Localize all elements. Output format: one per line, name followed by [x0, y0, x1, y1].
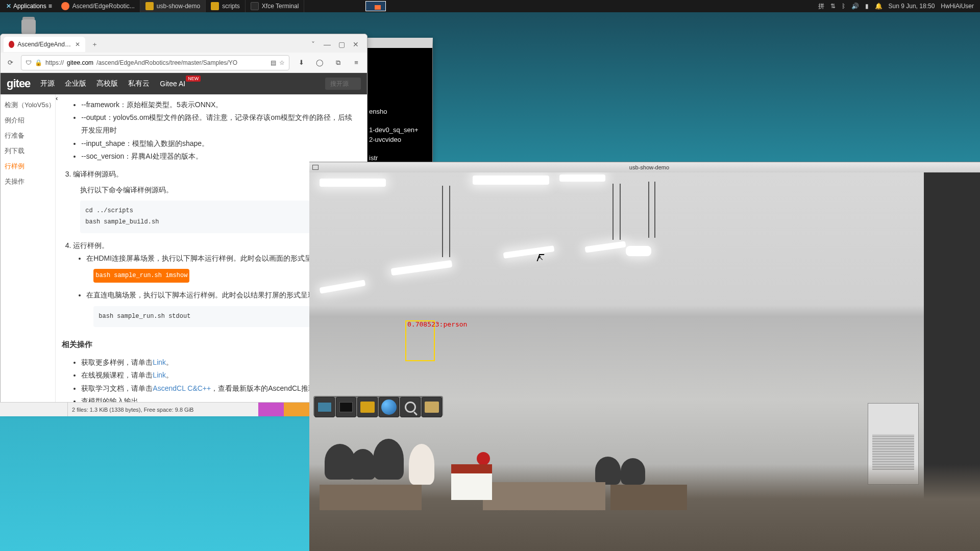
bookmark-icon[interactable]: ☆: [279, 59, 285, 66]
dock-folder[interactable]: [422, 397, 442, 417]
ime-indicator[interactable]: 拼: [818, 2, 824, 11]
task-filemgr[interactable]: usb-show-demo: [140, 0, 206, 12]
url-path: /ascend/EdgeAndRobotics/tree/master/Samp…: [96, 59, 237, 66]
nav-private[interactable]: 私有云: [128, 79, 150, 88]
toc-sidebar: 检测（YoloV5s） 例介绍 行准备 列下载 行样例 关操作: [1, 94, 56, 411]
terminal-output: ensho 1-dev0_sq_sen+ 2-uvcvideo istr: [369, 107, 430, 163]
user-label[interactable]: HwHiAiUser: [941, 3, 974, 10]
browser-close-icon[interactable]: ✕: [350, 38, 362, 51]
term-minimize-icon[interactable]: ˅: [396, 39, 403, 46]
task-terminal[interactable]: Xfce Terminal: [246, 0, 304, 12]
lock-icon: 🔒: [35, 59, 42, 66]
toc-item[interactable]: 行准备: [1, 128, 55, 143]
browser-maximize-icon[interactable]: ▢: [335, 38, 348, 51]
video-frame: 0.708523:person ↖: [309, 172, 980, 551]
notification-icon[interactable]: 🔔: [875, 3, 883, 10]
volume-icon[interactable]: 🔊: [851, 3, 859, 10]
extensions-icon[interactable]: ⧉: [331, 56, 345, 69]
tab-close-icon[interactable]: ✕: [75, 41, 80, 48]
fm-status-text: 2 files: 1.3 KiB (1338 bytes), Free spac…: [68, 407, 198, 413]
browser-tab[interactable]: Ascend/EdgeAndRobotic ✕: [4, 37, 85, 52]
nav-university[interactable]: 高校版: [96, 79, 118, 88]
url-toolbar: ⟳ 🛡 🔒 https://gitee.com/ascend/EdgeAndRo…: [1, 53, 367, 73]
doc-bullet: --input_shape：模型输入数据的shape。: [81, 137, 357, 150]
battery-icon[interactable]: ▮: [865, 3, 869, 10]
window-title: usb-show-demo: [629, 164, 669, 170]
terminal-window[interactable]: ˅ — ▢ ✕ ensho 1-dev0_sq_sen+ 2-uvcvideo …: [366, 38, 433, 164]
reader-icon[interactable]: ▤: [271, 59, 276, 66]
nav-enterprise[interactable]: 企业版: [65, 79, 86, 88]
dock-files[interactable]: [357, 397, 378, 417]
dock-show-desktop[interactable]: [314, 397, 335, 417]
new-badge: NEW: [186, 76, 201, 82]
term-restore-icon[interactable]: —: [405, 39, 412, 46]
toc-item[interactable]: 关操作: [1, 174, 55, 189]
account-icon[interactable]: ◯: [313, 56, 326, 69]
menu-icon[interactable]: ≡: [350, 56, 363, 69]
toc-item[interactable]: 例介绍: [1, 113, 55, 128]
cursor-icon: ↖: [538, 254, 544, 263]
term-maximize-icon[interactable]: ▢: [414, 39, 421, 46]
detection-box: 0.708523:person: [405, 320, 435, 361]
doc-bullet: --output：yolov5s.om模型文件的路径。请注意，记录保存该om模型…: [81, 111, 357, 137]
tab-title: Ascend/EdgeAndRobotic: [17, 41, 72, 48]
bluetooth-icon[interactable]: ᛒ: [842, 3, 845, 10]
browser-minimize-icon[interactable]: —: [321, 38, 333, 51]
detection-label: 0.708523:person: [407, 320, 467, 328]
window-icon: [312, 165, 318, 170]
fm-statusbar: 2 files: 1.3 KiB (1338 bytes), Free spac…: [0, 402, 309, 416]
browser-list-tabs-icon[interactable]: ˅: [307, 38, 319, 51]
gitee-logo[interactable]: gitee: [7, 77, 30, 90]
tab-strip: Ascend/EdgeAndRobotic ✕ ＋ ˅ — ▢ ✕: [1, 34, 367, 53]
downloads-icon[interactable]: ⬇: [295, 56, 308, 69]
doc-bullet: --framework：原始框架类型。5表示ONNX。: [81, 98, 357, 111]
code-highlight: bash sample_run.sh imshow: [93, 269, 189, 283]
video-titlebar[interactable]: usb-show-demo: [309, 162, 980, 172]
gitee-navbar: gitee 开源 企业版 高校版 私有云 Gitee AINEW: [1, 73, 367, 94]
dock-terminal[interactable]: [336, 397, 356, 417]
nav-ai[interactable]: Gitee AINEW: [160, 80, 185, 88]
workspace-indicator[interactable]: [365, 1, 386, 11]
term-close-icon[interactable]: ✕: [423, 39, 430, 46]
network-icon[interactable]: ⇅: [830, 3, 836, 10]
url-host: gitee.com: [67, 59, 93, 66]
toc-item[interactable]: 检测（YoloV5s）: [1, 97, 55, 113]
dock-browser[interactable]: [379, 397, 399, 417]
search-input[interactable]: [325, 78, 361, 90]
url-scheme: https://: [45, 59, 64, 66]
nav-opensource[interactable]: 开源: [40, 79, 55, 88]
link[interactable]: AscendCL C&C++: [153, 384, 211, 392]
gitee-favicon-icon: [9, 41, 14, 48]
link[interactable]: Link: [153, 358, 166, 366]
doc-bullet: --soc_version：昇腾AI处理器的版本。: [81, 150, 357, 163]
link[interactable]: Link: [153, 371, 166, 379]
taskbar: ✕Applications ≡ Ascend/EdgeRobotic... us…: [0, 0, 980, 12]
clock[interactable]: Sun 9 Jun, 18:50: [889, 3, 935, 10]
dock: [313, 396, 443, 416]
video-window: usb-show-demo: [309, 162, 980, 551]
toc-item[interactable]: 列下载: [1, 143, 55, 159]
reload-icon[interactable]: ⟳: [5, 57, 16, 68]
task-browser[interactable]: Ascend/EdgeRobotic...: [56, 0, 140, 12]
shield-icon: 🛡: [26, 59, 32, 66]
url-input[interactable]: 🛡 🔒 https://gitee.com/ascend/EdgeAndRobo…: [21, 55, 289, 70]
task-scripts[interactable]: scripts: [206, 0, 246, 12]
applications-menu[interactable]: ✕Applications ≡: [2, 3, 56, 10]
dock-search[interactable]: [400, 397, 421, 417]
new-tab-button[interactable]: ＋: [87, 37, 102, 52]
gitee-search[interactable]: [325, 78, 361, 90]
toc-item[interactable]: 行样例: [1, 159, 55, 174]
